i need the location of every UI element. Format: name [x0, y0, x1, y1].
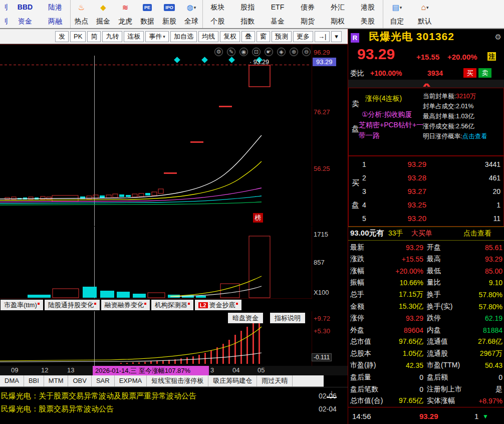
kline-chart[interactable]: ⚙ ✎ ◉ ⊡ ☛ ◈ ⊕ ⊖ 96.29 93.29 76.27 56.25 … — [0, 44, 348, 226]
tab-dma[interactable]: DMA — [0, 375, 24, 386]
nav-forex[interactable]: 外汇 — [323, 0, 353, 14]
nav-us-stocks[interactable]: 美股 — [353, 14, 383, 28]
tab-obv[interactable]: OBV — [68, 375, 91, 386]
bid-price[interactable]: 93.29 — [384, 160, 426, 168]
tab-bbi[interactable]: BBI — [24, 375, 44, 386]
zoom-out-icon[interactable]: ⊖ — [302, 48, 311, 56]
lock-icon[interactable]: ◈ — [277, 48, 286, 56]
nav-clipped-bottom[interactable]: 刂 — [0, 14, 10, 28]
nav-gold-icon-cell[interactable]: ◆ — [92, 0, 114, 14]
btn-nine-turn[interactable]: 九转 — [102, 31, 122, 42]
nav-hk-stocks[interactable]: 港股 — [353, 0, 383, 14]
toolbar-dropdown-icon[interactable]: ▾ — [331, 31, 342, 42]
tab-expma[interactable]: EXPMA — [115, 375, 147, 386]
tab-limit-sniper[interactable]: 短线宝狙击涨停板 — [147, 375, 208, 386]
tab-mtm[interactable]: MTM — [44, 375, 69, 386]
hand-icon[interactable]: ☛ — [265, 48, 273, 56]
nav-data[interactable]: 数据 — [136, 14, 158, 28]
limit-probability-link[interactable]: 点击查看 — [462, 133, 487, 140]
nav-home-icon-cell[interactable]: ⌂▾ — [411, 0, 439, 14]
bid-price[interactable]: 93.20 — [384, 214, 426, 223]
note-badge[interactable]: 注 — [487, 52, 496, 61]
nav-pe-icon-cell[interactable]: PE — [136, 0, 158, 14]
nav-fund[interactable]: 基金 — [263, 14, 293, 28]
btn-window[interactable]: 窗 — [257, 31, 270, 42]
bid-price[interactable]: 93.28 — [384, 173, 426, 182]
nav-dragon-tiger[interactable]: 龙虎 — [114, 14, 136, 28]
nav-custom-icon-cell[interactable]: ▤▾ — [383, 0, 411, 14]
collapse-bar[interactable]: ∧ — [348, 80, 504, 88]
nav-global[interactable]: 全球 — [180, 14, 202, 28]
btn-add-watchlist[interactable]: 加自选 — [170, 31, 197, 42]
btn-publish[interactable]: 发 — [55, 31, 69, 42]
indicator-chart[interactable]: 暗盘资金 指标说明 +9.72 +5.30 -0.111 — [0, 311, 348, 366]
tab-dark-pool-funds[interactable]: 暗盘资金 — [228, 313, 263, 323]
alert-link[interactable]: 点击查看 — [463, 229, 491, 238]
analysis-line[interactable]: 带一路 — [359, 131, 380, 140]
tab-l2-fund-bottom[interactable]: L2资金抄底 — [195, 300, 241, 310]
tab-northbound-holdings[interactable]: 陆股通持股变化 — [45, 300, 100, 310]
btn-adjust-price[interactable]: 复权 — [220, 31, 240, 42]
tab-after-rain[interactable]: 雨过天晴 — [257, 375, 293, 386]
tab-margin-changes[interactable]: 融资融券变化 — [101, 300, 150, 310]
rank-badge[interactable]: 榜 — [253, 213, 263, 223]
bid-price[interactable]: 93.25 — [384, 200, 426, 209]
sell-button[interactable]: 卖 — [478, 68, 491, 78]
nav-margin[interactable]: 两融 — [40, 14, 70, 28]
nav-index[interactable]: 指数 — [232, 14, 263, 28]
tab-chip-building[interactable]: 吸庄筹码建仓 — [208, 375, 257, 386]
btn-events[interactable]: 事件▾ — [145, 31, 169, 42]
news-item[interactable]: 民爆光电：关于股票交易异常波动及股票严重异常波动公告 — [1, 391, 196, 401]
big-order-alert[interactable]: 93.00元有 33手 大买单 点击查看 — [348, 227, 504, 241]
nav-options[interactable]: 期权 — [323, 14, 353, 28]
nav-ipo-icon-cell[interactable]: IPO — [158, 0, 180, 14]
nav-hotspot-icon-cell[interactable]: ♨ — [71, 0, 92, 14]
buy-button[interactable]: 买 — [463, 68, 476, 78]
tab-sar[interactable]: SAR — [92, 375, 115, 386]
tab-pe-ttm[interactable]: 市盈率(ttm) — [1, 300, 43, 310]
nav-funds[interactable]: 资金 — [10, 14, 40, 28]
btn-pk[interactable]: PK — [70, 31, 86, 42]
stock-title[interactable]: 民爆光电 301362 — [369, 30, 454, 44]
nav-hk-connect[interactable]: 陆港 — [40, 0, 70, 14]
detail-row: 涨停93.29跌停62.19 — [348, 312, 504, 324]
analysis-line[interactable]: ①分析:拟收购厦 — [362, 110, 412, 119]
eye-icon[interactable]: ◉ — [239, 48, 248, 56]
gear-icon[interactable]: ⚙ — [214, 48, 223, 56]
volume-chart[interactable]: 1715 857 X100 — [0, 227, 348, 299]
nav-futures[interactable]: 期货 — [293, 14, 323, 28]
nav-hotspot[interactable]: 热点 — [71, 14, 92, 28]
tab-indicator-help[interactable]: 指标说明 — [270, 313, 305, 323]
nav-default[interactable]: 默认 — [411, 14, 439, 28]
btn-ma-lines[interactable]: 均线 — [198, 31, 218, 42]
nav-index-futures[interactable]: 股指 — [232, 0, 263, 14]
field-label: 跌停 — [427, 314, 441, 323]
nav-goldmine[interactable]: 掘金 — [92, 14, 114, 28]
nav-new-shares[interactable]: 新股 — [158, 14, 180, 28]
analysis-line[interactable]: 芝精密+PCB钻针+一 — [359, 121, 423, 130]
btn-overlay[interactable]: 叠 — [241, 31, 255, 42]
btn-forecast[interactable]: 预测 — [272, 31, 292, 42]
btn-simple[interactable]: 简 — [87, 31, 101, 42]
nav-clipped-top[interactable]: 刂 — [0, 0, 10, 14]
nav-custom[interactable]: 自定 — [383, 14, 411, 28]
screenshot-icon[interactable]: ⊡ — [252, 48, 261, 56]
nav-bonds[interactable]: 债券 — [293, 0, 323, 14]
pe-icon: PE — [143, 4, 152, 11]
bid-price[interactable]: 93.27 — [384, 187, 426, 195]
jump-to-end-icon[interactable]: →| — [315, 31, 330, 42]
zoom-in-icon[interactable]: ⊕ — [290, 48, 298, 56]
btn-more[interactable]: 更多 — [293, 31, 313, 42]
nav-sector[interactable]: 板块 — [203, 0, 232, 14]
nav-etf[interactable]: ETF — [263, 0, 293, 14]
nav-globe-icon-cell[interactable]: ◍▾ — [180, 0, 202, 14]
bid-volume: 461 — [489, 174, 500, 182]
btn-limit-boards[interactable]: 连板 — [124, 31, 144, 42]
nav-dragon-icon-cell[interactable]: ≋ — [114, 0, 136, 14]
news-item[interactable]: 民爆光电：股票交易异常波动公告 — [1, 404, 114, 414]
pencil-icon[interactable]: ✎ — [227, 48, 235, 56]
gear-icon[interactable]: ⚙ — [495, 33, 501, 42]
nav-stocks[interactable]: 个股 — [203, 14, 232, 28]
nav-bbd[interactable]: BBD — [10, 0, 40, 14]
tab-institution-detector[interactable]: 机构探测器 — [151, 300, 193, 310]
